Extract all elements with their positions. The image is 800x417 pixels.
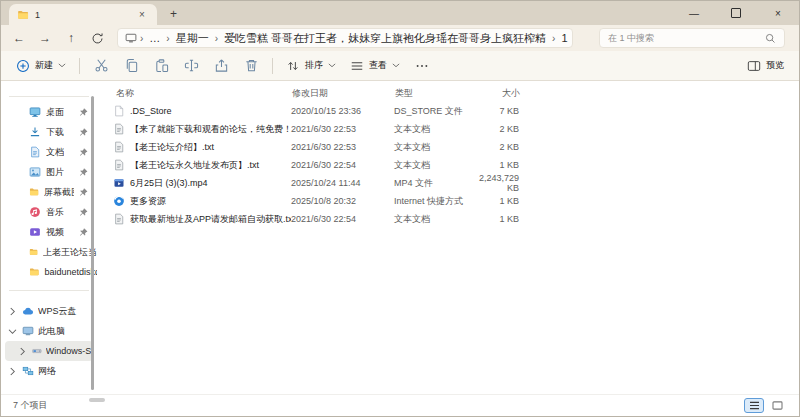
new-tab-button[interactable]: + (164, 4, 183, 23)
breadcrumb-separator: › (212, 33, 221, 44)
rename-button[interactable] (176, 54, 206, 78)
copy-button[interactable] (116, 54, 146, 78)
minimize-button[interactable]: — (673, 1, 715, 25)
breadcrumb-crumb[interactable]: 星期一 (173, 31, 212, 46)
breadcrumb-separator: › (163, 33, 172, 44)
sidebar-item-label: 网络 (38, 365, 56, 378)
downloads-icon (29, 126, 41, 138)
folder-icon (29, 266, 39, 278)
pin-icon (79, 208, 88, 217)
close-tab-icon[interactable]: × (135, 8, 149, 22)
view-button-label: 查看 (369, 59, 387, 72)
share-button[interactable] (206, 54, 236, 78)
sidebar-item-windows-ssd[interactable]: Windows-SSD (5, 341, 93, 361)
tab-bar: 1 × + — × (1, 1, 799, 25)
forward-button[interactable]: → (32, 27, 58, 49)
file-date: 2021/6/30 22:53 (291, 142, 394, 152)
breadcrumb-crumb[interactable]: 爱吃雪糕 哥哥在打王者，妹妹穿上旗袍化身瑶在哥哥身上疯狂榨精 (221, 31, 549, 46)
file-size: 2,243,729 KB (476, 173, 519, 193)
sidebar-horizontal-scrollbar[interactable] (89, 398, 105, 402)
network-icon (22, 365, 34, 377)
chevron-right-icon[interactable] (19, 347, 28, 356)
breadcrumb-overflow-button[interactable]: … (146, 32, 163, 44)
sidebar-item-screenshots[interactable]: 屏幕截图 (1, 182, 97, 202)
refresh-button[interactable] (84, 27, 110, 49)
sidebar-item-videos[interactable]: 视频 (1, 222, 97, 242)
sidebar-scrollbar[interactable] (91, 96, 94, 390)
file-row[interactable]: 获取最新地址及APP请发邮箱自动获取.txt 2021/6/30 22:54 文… (97, 210, 799, 228)
file-row[interactable]: 【老王论坛永久地址发布页】.txt 2021/6/30 22:54 文本文档 1… (97, 156, 799, 174)
file-explorer-window: 1 × + — × ← → ↑ › … › 星期一 › 爱吃雪糕 哥哥在打王者，… (0, 0, 800, 417)
breadcrumb-separator: › (549, 33, 558, 44)
column-header-size[interactable]: 大小 (477, 87, 520, 100)
breadcrumb-crumb[interactable]: 1 (558, 32, 570, 44)
delete-button[interactable] (236, 54, 266, 78)
sidebar-item-desktop[interactable]: 桌面 (1, 102, 97, 122)
text-file-icon (113, 213, 125, 225)
file-row[interactable]: 【老王论坛介绍】.txt 2021/6/30 22:53 文本文档 2 KB (97, 138, 799, 156)
refresh-icon (91, 32, 104, 45)
sort-button-label: 排序 (305, 59, 323, 72)
sidebar-item-folder-baidunetdisk[interactable]: baidunetdiskdo (1, 262, 97, 282)
pin-icon (79, 108, 88, 117)
more-options-button[interactable] (407, 54, 437, 78)
breadcrumb[interactable]: › … › 星期一 › 爱吃雪糕 哥哥在打王者，妹妹穿上旗袍化身瑶在哥哥身上疯狂… (117, 28, 573, 48)
toolbar-divider (272, 58, 273, 74)
column-header-name[interactable]: 名称 (116, 87, 292, 100)
sidebar-item-wps-cloud[interactable]: WPS云盘 (1, 301, 97, 321)
preview-button-label: 预览 (766, 59, 784, 72)
file-name: 【老王论坛永久地址发布页】.txt (130, 159, 291, 172)
desktop-icon (29, 106, 41, 118)
column-header-type[interactable]: 类型 (395, 87, 477, 100)
view-button[interactable]: 查看 (343, 54, 407, 78)
file-row[interactable]: 6月25日 (3)(3).mp4 2025/10/24 11:44 MP4 文件… (97, 174, 799, 192)
folder-icon (29, 186, 39, 198)
file-list: 名称 修改日期 类型 大小 .DS_Store 2020/10/15 23:36… (97, 82, 799, 394)
cut-button[interactable] (86, 54, 116, 78)
chevron-right-icon[interactable] (9, 307, 18, 316)
view-icon (350, 59, 364, 73)
back-button[interactable]: ← (6, 27, 32, 49)
search-box[interactable] (599, 28, 785, 48)
file-row[interactable]: 更多资源 2025/10/8 20:32 Internet 快捷方式 1 KB (97, 192, 799, 210)
file-row[interactable]: .DS_Store 2020/10/15 23:36 DS_STORE 文件 7… (97, 102, 799, 120)
sidebar-item-folder-laowang[interactable]: 上老王论坛当老三 (1, 242, 97, 262)
search-icon (765, 33, 776, 44)
file-row[interactable]: 【来了就能下载和观看的论坛，纯免费！】.txt 2021/6/30 22:53 … (97, 120, 799, 138)
file-name: 6月25日 (3)(3).mp4 (130, 177, 291, 190)
new-button[interactable]: 新建 (9, 54, 73, 78)
close-window-button[interactable]: × (757, 1, 799, 25)
sidebar-item-this-pc[interactable]: 此电脑 (1, 321, 97, 341)
file-type: 文本文档 (394, 213, 476, 226)
sidebar-item-label: 视频 (46, 226, 64, 239)
file-date: 2021/6/30 22:54 (291, 160, 394, 170)
sort-button[interactable]: 排序 (279, 54, 343, 78)
sidebar-item-label: 文档 (46, 146, 64, 159)
chevron-right-icon[interactable] (9, 367, 18, 376)
search-input[interactable] (608, 33, 759, 43)
maximize-button[interactable] (715, 1, 757, 25)
pin-icon (79, 148, 88, 157)
internet-shortcut-icon (113, 195, 125, 207)
file-list-header: 名称 修改日期 类型 大小 (97, 85, 799, 102)
thumbnail-view-toggle[interactable] (767, 398, 787, 413)
sidebar-item-label: WPS云盘 (38, 305, 77, 318)
chevron-down-icon[interactable] (9, 327, 18, 336)
explorer-tab[interactable]: 1 × (9, 4, 157, 25)
details-view-icon (749, 401, 760, 410)
pin-icon (79, 128, 88, 137)
main-content: 桌面 下载 文档 图片 屏幕截图 (1, 82, 799, 394)
sidebar-item-network[interactable]: 网络 (1, 361, 97, 381)
file-date: 2021/6/30 22:53 (291, 124, 394, 134)
sidebar-item-pictures[interactable]: 图片 (1, 162, 97, 182)
preview-button[interactable]: 预览 (740, 54, 791, 78)
drive-icon (32, 345, 42, 357)
sidebar-item-downloads[interactable]: 下载 (1, 122, 97, 142)
file-type: 文本文档 (394, 123, 476, 136)
details-view-toggle[interactable] (744, 398, 764, 413)
sidebar-item-music[interactable]: 音乐 (1, 202, 97, 222)
up-button[interactable]: ↑ (58, 27, 84, 49)
column-header-date[interactable]: 修改日期 (292, 87, 395, 100)
paste-button[interactable] (146, 54, 176, 78)
sidebar-item-documents[interactable]: 文档 (1, 142, 97, 162)
